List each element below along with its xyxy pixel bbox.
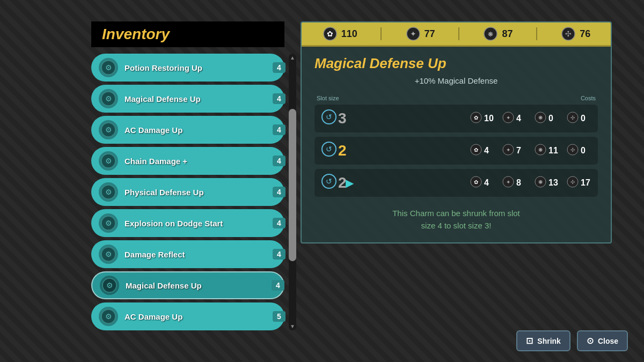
cost-icon-1-3: ❋ <box>535 112 546 126</box>
slot-badge-2: ↺ 2 <box>321 141 353 160</box>
currency-divider-3 <box>536 27 537 40</box>
cost-group-2-4: ✣ 0 <box>567 144 591 158</box>
cost-group-1-4: ✣ 0 <box>567 112 591 126</box>
cost-group-3-4: ✣ 17 <box>567 176 591 190</box>
svg-text:❋: ❋ <box>538 115 543 121</box>
inventory-item-2[interactable]: ⚙ Magical Defense Up 4 <box>91 85 284 113</box>
costs-container-3: ✿ 4 ✦ 8 ❋ 13 ✣ <box>358 176 591 190</box>
cost-icon-1-4: ✣ <box>567 112 579 126</box>
currency-value-2: 77 <box>425 28 435 40</box>
cost-value-1-4: 0 <box>581 114 591 123</box>
cost-group-1-3: ❋ 0 <box>535 112 559 126</box>
costs-container-1: ✿ 10 ✦ 4 ❋ 0 ✣ <box>357 112 591 126</box>
cost-group-1-2: ✦ 4 <box>502 112 527 126</box>
item-label-4: Chain Damage + <box>125 157 277 166</box>
currency-icon-2: ✦ <box>405 26 421 42</box>
svg-text:⚙: ⚙ <box>105 125 112 134</box>
svg-text:⚙: ⚙ <box>105 94 112 103</box>
slot-icon-1: ↺ <box>321 109 337 128</box>
currency-value-4: 76 <box>580 28 590 40</box>
slot-icon-3: ↺ <box>321 173 337 193</box>
cost-group-2-2: ✦ 7 <box>502 144 527 158</box>
item-icon-7: ⚙ <box>99 245 118 264</box>
cost-value-3-1: 4 <box>484 178 495 188</box>
inventory-item-6[interactable]: ⚙ Explosion on Dodge Start 4 <box>91 209 284 237</box>
currency-value-1: 110 <box>341 28 357 40</box>
cursor-arrow-icon: ▶ <box>346 176 354 189</box>
cost-value-3-3: 13 <box>548 178 559 188</box>
cost-group-2-1: ✿ 4 <box>470 144 495 158</box>
scroll-down-arrow[interactable]: ▼ <box>289 323 296 329</box>
scrollbar-thumb[interactable] <box>289 109 296 261</box>
svg-text:❋: ❋ <box>538 179 543 185</box>
cost-icon-3-3: ❋ <box>535 176 546 190</box>
slot-badge-3: ↺ 2 ▶ <box>321 173 354 193</box>
scroll-up-arrow[interactable]: ▲ <box>289 55 296 61</box>
svg-text:⚙: ⚙ <box>105 188 112 196</box>
cost-group-3-1: ✿ 4 <box>470 176 495 190</box>
cost-value-2-2: 7 <box>516 146 527 156</box>
inventory-item-7[interactable]: ⚙ Damage Reflect 4 <box>91 240 284 268</box>
item-icon-2: ⚙ <box>99 89 118 108</box>
svg-text:⚙: ⚙ <box>105 157 112 165</box>
cost-value-1-2: 4 <box>516 114 527 123</box>
svg-text:⚙: ⚙ <box>105 219 112 227</box>
inventory-title: Inventory <box>91 21 284 47</box>
svg-text:⚙: ⚙ <box>105 312 112 321</box>
svg-text:✣: ✣ <box>570 115 575 121</box>
cost-value-3-4: 17 <box>581 178 591 188</box>
slot-icon-2: ↺ <box>321 141 337 160</box>
svg-text:✦: ✦ <box>410 29 416 38</box>
item-count-3: 4 <box>273 124 286 135</box>
close-button[interactable]: ⊙ Close <box>577 330 628 351</box>
svg-text:✣: ✣ <box>565 29 572 38</box>
item-count-5: 4 <box>273 187 286 197</box>
cost-icon-1-1: ✿ <box>470 112 482 126</box>
inventory-item-3[interactable]: ⚙ AC Damage Up 4 <box>91 116 284 144</box>
slot-costs-header: Slot size Costs <box>314 95 598 101</box>
svg-text:✿: ✿ <box>474 147 478 153</box>
costs-container-2: ✿ 4 ✦ 7 ❋ 11 ✣ <box>357 144 591 158</box>
item-icon-4: ⚙ <box>99 151 118 171</box>
currency-item-4: ✣ 76 <box>560 26 590 42</box>
shrink-label: Shrink <box>537 337 561 345</box>
item-icon-6: ⚙ <box>99 213 118 233</box>
item-label-9: AC Damage Up <box>125 312 277 321</box>
shrink-button[interactable]: ⊡ Shrink <box>516 330 570 351</box>
item-count-7: 4 <box>273 249 286 260</box>
svg-text:↺: ↺ <box>326 177 332 186</box>
close-icon: ⊙ <box>587 336 594 346</box>
inventory-panel: Inventory ⚙ Potion Restoring Up 4 ⚙ Magi… <box>91 21 284 334</box>
slot-row-2: ↺ 2 ✿ 4 ✦ 7 <box>314 137 598 165</box>
inventory-item-8[interactable]: ⚙ Magical Defense Up 4 <box>91 271 284 299</box>
detail-title: Magical Defense Up <box>314 55 598 72</box>
inventory-item-1[interactable]: ⚙ Potion Restoring Up 4 <box>91 54 284 82</box>
cost-group-2-3: ❋ 11 <box>535 144 559 158</box>
item-label-1: Potion Restoring Up <box>125 63 277 72</box>
slot-row-3: ↺ 2 ▶ ✿ 4 ✦ 8 <box>314 169 598 197</box>
currency-item-3: ❋ 87 <box>482 26 513 42</box>
svg-text:⚙: ⚙ <box>105 63 112 72</box>
cost-icon-3-1: ✿ <box>470 176 482 190</box>
item-label-3: AC Damage Up <box>125 125 277 135</box>
svg-text:⚙: ⚙ <box>106 281 113 290</box>
inventory-item-4[interactable]: ⚙ Chain Damage + 4 <box>91 147 284 175</box>
inventory-item-9[interactable]: ⚙ AC Damage Up 5 <box>91 302 284 330</box>
item-icon-3: ⚙ <box>99 120 118 139</box>
svg-text:↺: ↺ <box>326 113 332 121</box>
cost-icon-3-2: ✦ <box>502 176 514 190</box>
svg-text:✣: ✣ <box>570 179 575 185</box>
svg-text:❋: ❋ <box>488 31 493 38</box>
currency-value-3: 87 <box>502 28 513 40</box>
cost-icon-2-3: ❋ <box>535 144 546 158</box>
cost-group-3-2: ✦ 8 <box>502 176 527 190</box>
currency-icon-3: ❋ <box>482 26 499 42</box>
item-label-2: Magical Defense Up <box>125 94 277 104</box>
item-icon-8: ⚙ <box>100 276 119 295</box>
currency-icon-4: ✣ <box>560 26 576 42</box>
cost-value-1-1: 10 <box>484 114 495 123</box>
currency-divider-1 <box>380 27 382 40</box>
currency-icon-1: ✿ <box>322 26 338 42</box>
cost-group-3-3: ❋ 13 <box>535 176 559 190</box>
inventory-item-5[interactable]: ⚙ Physical Defense Up 4 <box>91 178 284 206</box>
